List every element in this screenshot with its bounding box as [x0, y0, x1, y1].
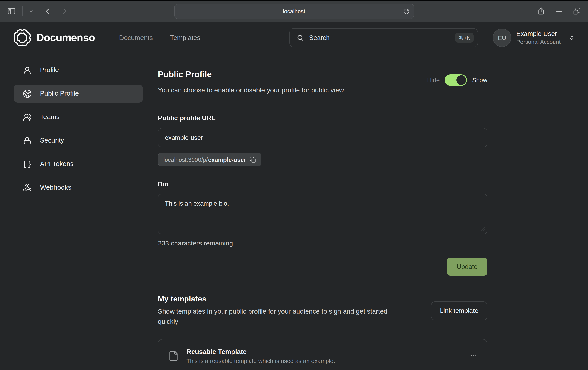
sidebar-toggle-icon[interactable]: [7, 7, 16, 16]
sidebar-item-label: Profile: [40, 66, 59, 74]
sidebar-item-label: API Tokens: [40, 160, 74, 168]
app-header: Documenso Documents Templates Search ⌘+K…: [0, 21, 588, 54]
visibility-toggle-group: Hide Show: [427, 74, 487, 86]
settings-body: Profile Public Profile: [0, 54, 588, 370]
browser-chrome: localhost: [0, 0, 588, 21]
brand[interactable]: Documenso: [13, 29, 95, 47]
brand-name: Documenso: [36, 32, 95, 44]
sidebar-item-label: Public Profile: [40, 90, 79, 97]
app-window: Documenso Documents Templates Search ⌘+K…: [0, 21, 588, 370]
file-icon: [168, 350, 179, 361]
nav-templates[interactable]: Templates: [170, 34, 200, 42]
bio-textarea[interactable]: This is an example bio.: [158, 194, 487, 234]
address-bar[interactable]: localhost: [174, 3, 414, 19]
sidebar-item-security[interactable]: Security: [14, 132, 143, 150]
bio-field-wrap: This is an example bio.: [158, 194, 487, 234]
my-templates-text-block: My templates Show templates in your publ…: [158, 294, 409, 327]
chevrons-up-down-icon: [568, 34, 575, 41]
url-preview-prefix: localhost:3000/p/: [163, 156, 208, 163]
public-profile-panel: Public Profile Hide Show You can choose …: [158, 61, 487, 370]
browser-left-controls: [0, 6, 69, 16]
url-preview-slug: example-user: [208, 156, 246, 163]
globe-icon: [23, 89, 32, 98]
page-title: Public Profile: [158, 70, 212, 80]
avatar-initials: EU: [498, 34, 506, 41]
template-description: This is a reusable template which is use…: [187, 357, 335, 364]
tab-group-chevron-icon[interactable]: [29, 9, 34, 13]
address-bar-url: localhost: [283, 8, 305, 14]
settings-sidebar: Profile Public Profile: [0, 61, 143, 196]
users-icon: [23, 113, 32, 122]
webhook-icon: [23, 183, 32, 192]
new-tab-icon[interactable]: [555, 7, 563, 15]
resize-grip-icon[interactable]: [481, 227, 485, 231]
nav-documents[interactable]: Documents: [119, 34, 153, 42]
search-icon: [296, 34, 304, 41]
toggle-show-label: Show: [472, 77, 487, 84]
more-options-button[interactable]: [470, 352, 477, 360]
my-templates-title: My templates: [158, 294, 409, 303]
bio-field-label: Bio: [158, 181, 487, 188]
forward-icon[interactable]: [61, 7, 69, 15]
profile-visibility-toggle[interactable]: [445, 74, 467, 86]
toggle-hide-label: Hide: [427, 77, 440, 84]
sidebar-item-label: Security: [40, 137, 64, 144]
search-placeholder: Search: [309, 34, 330, 41]
browser-right-controls: [537, 7, 581, 15]
profile-url-input[interactable]: [158, 128, 487, 147]
section-divider: [158, 103, 487, 103]
user-menu[interactable]: EU Example User Personal Account: [493, 29, 575, 47]
copy-icon[interactable]: [250, 156, 256, 163]
link-template-button[interactable]: Link template: [431, 301, 487, 320]
sidebar-item-webhooks[interactable]: Webhooks: [14, 179, 143, 196]
template-card[interactable]: Reusable Template This is a reusable tem…: [158, 339, 487, 370]
template-title: Reusable Template: [187, 348, 335, 356]
update-button[interactable]: Update: [447, 258, 487, 276]
user-name: Example User: [516, 30, 561, 38]
sidebar-item-profile[interactable]: Profile: [14, 61, 143, 79]
sidebar-item-api-tokens[interactable]: API Tokens: [14, 155, 143, 173]
sidebar-item-teams[interactable]: Teams: [14, 108, 143, 126]
documenso-logo-icon: [13, 29, 31, 47]
user-account-type: Personal Account: [516, 38, 561, 46]
toggle-knob: [456, 75, 466, 85]
profile-url-preview-chip[interactable]: localhost:3000/p/example-user: [158, 153, 261, 166]
share-icon[interactable]: [537, 7, 545, 15]
sidebar-item-label: Webhooks: [40, 184, 71, 191]
template-card-text: Reusable Template This is a reusable tem…: [187, 348, 335, 364]
sidebar-item-label: Teams: [40, 113, 60, 121]
sidebar-item-public-profile[interactable]: Public Profile: [14, 85, 143, 103]
my-templates-description: Show templates in your public profile fo…: [158, 307, 409, 327]
top-navigation: Documents Templates: [119, 34, 200, 42]
avatar: EU: [493, 29, 511, 47]
search-shortcut-badge: ⌘+K: [455, 33, 474, 43]
back-icon[interactable]: [43, 7, 52, 15]
braces-icon: [23, 160, 32, 169]
search-input[interactable]: Search ⌘+K: [290, 28, 478, 47]
tab-overview-icon[interactable]: [573, 7, 581, 15]
toolbar-divider: [22, 6, 23, 16]
screen: localhost: [0, 0, 588, 370]
user-icon: [23, 66, 32, 75]
characters-remaining: 233 characters remaining: [158, 240, 487, 247]
lock-icon: [23, 136, 32, 145]
page-subtitle: You can choose to enable or disable your…: [158, 87, 487, 94]
reload-icon[interactable]: [403, 8, 409, 14]
url-field-label: Public profile URL: [158, 114, 487, 122]
